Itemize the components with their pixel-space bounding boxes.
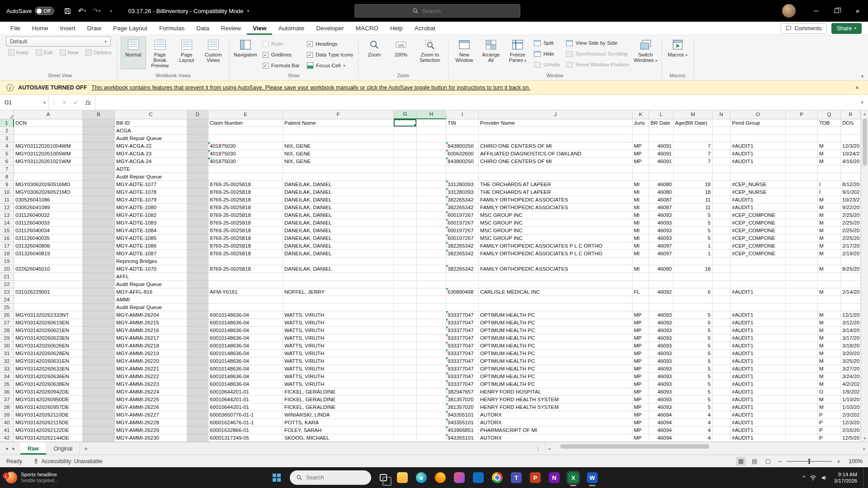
cell-M40[interactable]: 4	[674, 419, 712, 427]
cell-F32[interactable]: WATTS, VIRUTH	[283, 357, 394, 365]
cell-C17[interactable]: MGY-ADTE-1086	[115, 242, 187, 250]
cell-B42[interactable]	[83, 434, 115, 442]
cell-N7[interactable]	[712, 165, 731, 173]
cell-M35[interactable]: 5	[674, 380, 712, 388]
cell-I11[interactable]: 382265342	[446, 196, 479, 204]
cell-K5[interactable]: MP	[632, 150, 649, 158]
cell-G5[interactable]	[394, 150, 417, 158]
cell-I6[interactable]: 843800250	[446, 158, 479, 165]
cell-N37[interactable]	[712, 396, 731, 404]
taskbar-clock[interactable]: 9:14 AM 3/17/2026	[834, 471, 857, 484]
cell-Q31[interactable]: M	[818, 350, 841, 357]
cell-F20[interactable]: DANEILAK, DANIEL	[283, 265, 394, 273]
autosave-switch[interactable]: Off	[35, 7, 54, 15]
zoom-percent[interactable]: 100%	[845, 458, 863, 465]
cell-E17[interactable]: 8769-25-0025818	[208, 242, 283, 250]
cell-E9[interactable]: 8769-25-0025818	[208, 181, 283, 188]
cell-G7[interactable]	[394, 165, 417, 173]
cell-O20[interactable]	[731, 265, 786, 273]
cell-H25[interactable]	[417, 304, 446, 311]
normal-view-icon[interactable]: ▦	[736, 457, 746, 466]
cell-A19[interactable]	[14, 258, 83, 265]
cell-D39[interactable]	[187, 411, 208, 419]
cell-M31[interactable]: 5	[674, 350, 712, 357]
cell-A36[interactable]: MGY031420260942DE	[14, 388, 83, 396]
cell-O13[interactable]: #CEP_COMPONE	[731, 211, 786, 219]
cell-P12[interactable]	[786, 204, 818, 211]
cell-A37[interactable]: MGY031420260950DE	[14, 396, 83, 404]
cell-N22[interactable]	[712, 281, 731, 288]
cell-H3[interactable]	[417, 135, 446, 142]
cell-C23[interactable]: MGY-AFFL-816	[115, 288, 187, 296]
cell-J17[interactable]: FAMILY ORTHOPEDIC ASSOCIATES P L C ORTHO	[479, 242, 632, 250]
cell-B21[interactable]	[83, 273, 115, 281]
cell-H13[interactable]	[417, 211, 446, 219]
cell-K16[interactable]: MI	[632, 235, 649, 242]
cell-C34[interactable]: MGY-AMMI-26222	[115, 373, 187, 380]
page-layout-view-button[interactable]: Page Layout	[174, 37, 199, 69]
cell-K11[interactable]: MI	[632, 196, 649, 204]
cell-N19[interactable]	[712, 258, 731, 265]
cell-R7[interactable]	[841, 165, 861, 173]
cell-K37[interactable]: MP	[632, 396, 649, 404]
cell-L16[interactable]: 46093	[649, 235, 674, 242]
cell-C36[interactable]: MGY-AMMI-26224	[115, 388, 187, 396]
cell-F27[interactable]: WATTS, VIRUTH	[283, 319, 394, 327]
row-header-36[interactable]: 36	[0, 388, 14, 396]
cell-H6[interactable]	[417, 158, 446, 165]
cell-G2[interactable]	[394, 127, 417, 135]
cell-N9[interactable]	[712, 181, 731, 188]
cell-E22[interactable]	[208, 281, 283, 288]
cell-Q12[interactable]: M	[818, 204, 841, 211]
cell-I22[interactable]	[446, 281, 479, 288]
store-taskbar-icon[interactable]	[472, 471, 485, 484]
cell-N33[interactable]	[712, 365, 731, 373]
cell-P17[interactable]	[786, 242, 818, 250]
cell-H11[interactable]	[417, 196, 446, 204]
page-break-view-icon[interactable]: ▢	[763, 457, 773, 466]
column-header-E[interactable]: E	[208, 110, 283, 119]
cell-J11[interactable]: FAMILY ORTHOPEDIC ASSOCIATES	[479, 196, 632, 204]
cell-A34[interactable]: MGY031420260636EN	[14, 373, 83, 380]
cell-J22[interactable]	[479, 281, 632, 288]
cell-L38[interactable]: 46093	[649, 404, 674, 411]
cell-G30[interactable]	[394, 342, 417, 350]
cell-N28[interactable]	[712, 327, 731, 334]
cell-I23[interactable]: 630890498	[446, 288, 479, 296]
cell-I21[interactable]	[446, 273, 479, 281]
column-header-A[interactable]: A	[14, 110, 83, 119]
cell-P11[interactable]	[786, 196, 818, 204]
sheet-options-icon[interactable]: ⋮	[531, 442, 545, 455]
cell-I2[interactable]	[446, 127, 479, 135]
cell-G42[interactable]	[394, 434, 417, 442]
cell-L2[interactable]	[649, 127, 674, 135]
column-header-Q[interactable]: Q	[818, 110, 841, 119]
cell-G35[interactable]	[394, 380, 417, 388]
row-header-4[interactable]: 4	[0, 142, 14, 150]
cell-D1[interactable]	[187, 119, 208, 127]
cell-M12[interactable]: 11	[674, 204, 712, 211]
teams-taskbar-icon[interactable]: T	[509, 471, 523, 484]
cell-L37[interactable]: 46093	[649, 396, 674, 404]
cell-C27[interactable]: MGY-AMMI-26215	[115, 319, 187, 327]
cell-O37[interactable]: #AUDIT1	[731, 396, 786, 404]
focus-cell-button[interactable]: Focus Cell ▾	[305, 60, 355, 71]
cell-K36[interactable]: MP	[632, 388, 649, 396]
cell-C21[interactable]: AFFL	[115, 273, 187, 281]
cell-K17[interactable]: MI	[632, 242, 649, 250]
name-box[interactable]: G1 ▾	[0, 95, 49, 110]
cell-D38[interactable]	[187, 404, 208, 411]
cell-R10[interactable]: 9/1/202	[841, 188, 861, 196]
page-layout-view-icon[interactable]: ▤	[750, 457, 760, 466]
cell-M3[interactable]	[674, 135, 712, 142]
cell-L5[interactable]: 46091	[649, 150, 674, 158]
cell-G38[interactable]	[394, 404, 417, 411]
row-header-23[interactable]: 23	[0, 288, 14, 296]
cell-H7[interactable]	[417, 165, 446, 173]
cell-F23[interactable]: NOFFEL, JERRY	[283, 288, 394, 296]
cell-F9[interactable]: DANEILAK, DANIEL	[283, 181, 394, 188]
column-header-P[interactable]: P	[786, 110, 818, 119]
cell-M22[interactable]	[674, 281, 712, 288]
cell-G10[interactable]	[394, 188, 417, 196]
cell-Q15[interactable]: M	[818, 227, 841, 235]
